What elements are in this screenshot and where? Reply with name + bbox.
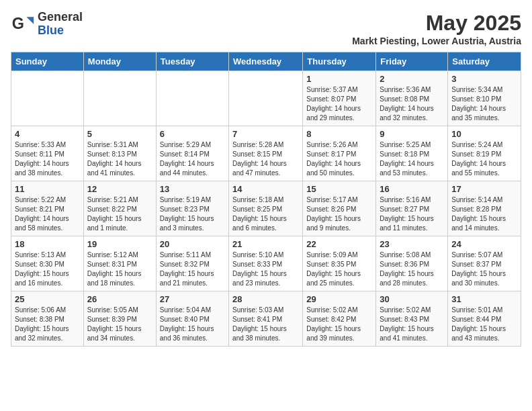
logo-icon: G (11, 12, 35, 36)
month-year: May 2025 (352, 11, 521, 36)
logo-general: General (38, 11, 83, 24)
weekday-friday: Friday (376, 52, 448, 71)
day-info: Sunrise: 5:31 AM Sunset: 8:13 PM Dayligh… (87, 140, 152, 178)
calendar-cell: 2Sunrise: 5:36 AM Sunset: 8:08 PM Daylig… (376, 71, 448, 126)
day-number: 16 (380, 184, 444, 194)
day-info: Sunrise: 5:28 AM Sunset: 8:15 PM Dayligh… (232, 140, 299, 178)
day-info: Sunrise: 5:14 AM Sunset: 8:28 PM Dayligh… (451, 195, 517, 233)
calendar-cell: 25Sunrise: 5:06 AM Sunset: 8:38 PM Dayli… (11, 291, 84, 347)
day-info: Sunrise: 5:11 AM Sunset: 8:32 PM Dayligh… (160, 250, 225, 288)
day-number: 12 (87, 184, 152, 194)
day-info: Sunrise: 5:33 AM Sunset: 8:11 PM Dayligh… (15, 140, 80, 178)
logo-blue: Blue (38, 24, 83, 38)
day-number: 31 (451, 294, 517, 304)
calendar-cell: 4Sunrise: 5:33 AM Sunset: 8:11 PM Daylig… (11, 126, 84, 181)
day-info: Sunrise: 5:37 AM Sunset: 8:07 PM Dayligh… (306, 85, 372, 123)
day-number: 8 (306, 129, 372, 139)
day-number: 6 (160, 129, 225, 139)
calendar-cell: 13Sunrise: 5:19 AM Sunset: 8:23 PM Dayli… (156, 181, 228, 236)
day-info: Sunrise: 5:18 AM Sunset: 8:25 PM Dayligh… (232, 195, 299, 233)
day-info: Sunrise: 5:21 AM Sunset: 8:22 PM Dayligh… (87, 195, 152, 233)
day-number: 17 (451, 184, 517, 194)
day-info: Sunrise: 5:25 AM Sunset: 8:18 PM Dayligh… (380, 140, 444, 178)
day-info: Sunrise: 5:03 AM Sunset: 8:41 PM Dayligh… (232, 306, 299, 343)
day-info: Sunrise: 5:06 AM Sunset: 8:38 PM Dayligh… (15, 306, 80, 343)
day-info: Sunrise: 5:22 AM Sunset: 8:21 PM Dayligh… (15, 195, 80, 233)
location: Markt Piesting, Lower Austria, Austria (352, 36, 521, 46)
calendar-body: 1Sunrise: 5:37 AM Sunset: 8:07 PM Daylig… (11, 71, 521, 347)
calendar-cell: 23Sunrise: 5:08 AM Sunset: 8:36 PM Dayli… (376, 236, 448, 291)
day-info: Sunrise: 5:17 AM Sunset: 8:26 PM Dayligh… (306, 195, 372, 233)
day-info: Sunrise: 5:05 AM Sunset: 8:39 PM Dayligh… (87, 306, 152, 343)
weekday-thursday: Thursday (303, 52, 376, 71)
calendar-cell: 27Sunrise: 5:04 AM Sunset: 8:40 PM Dayli… (156, 291, 228, 347)
calendar-cell (156, 71, 228, 126)
day-info: Sunrise: 5:13 AM Sunset: 8:30 PM Dayligh… (15, 250, 80, 288)
weekday-saturday: Saturday (448, 52, 521, 71)
day-number: 9 (380, 129, 444, 139)
calendar-cell: 3Sunrise: 5:34 AM Sunset: 8:10 PM Daylig… (448, 71, 521, 126)
day-number: 19 (87, 239, 152, 249)
calendar-cell: 22Sunrise: 5:09 AM Sunset: 8:35 PM Dayli… (303, 236, 376, 291)
calendar-cell: 15Sunrise: 5:17 AM Sunset: 8:26 PM Dayli… (303, 181, 376, 236)
calendar-cell: 19Sunrise: 5:12 AM Sunset: 8:31 PM Dayli… (83, 236, 156, 291)
calendar-cell: 28Sunrise: 5:03 AM Sunset: 8:41 PM Dayli… (229, 291, 303, 347)
week-row-3: 18Sunrise: 5:13 AM Sunset: 8:30 PM Dayli… (11, 236, 521, 291)
day-info: Sunrise: 5:08 AM Sunset: 8:36 PM Dayligh… (380, 250, 444, 288)
calendar-cell (83, 71, 156, 126)
day-info: Sunrise: 5:24 AM Sunset: 8:19 PM Dayligh… (451, 140, 517, 178)
day-number: 7 (232, 129, 299, 139)
calendar-cell: 1Sunrise: 5:37 AM Sunset: 8:07 PM Daylig… (303, 71, 376, 126)
calendar-cell: 6Sunrise: 5:29 AM Sunset: 8:14 PM Daylig… (156, 126, 228, 181)
day-info: Sunrise: 5:09 AM Sunset: 8:35 PM Dayligh… (306, 250, 372, 288)
day-number: 15 (306, 184, 372, 194)
calendar-cell: 9Sunrise: 5:25 AM Sunset: 8:18 PM Daylig… (376, 126, 448, 181)
day-info: Sunrise: 5:07 AM Sunset: 8:37 PM Dayligh… (451, 250, 517, 288)
week-row-0: 1Sunrise: 5:37 AM Sunset: 8:07 PM Daylig… (11, 71, 521, 126)
calendar-cell: 17Sunrise: 5:14 AM Sunset: 8:28 PM Dayli… (448, 181, 521, 236)
calendar-cell (229, 71, 303, 126)
calendar-cell: 21Sunrise: 5:10 AM Sunset: 8:33 PM Dayli… (229, 236, 303, 291)
day-info: Sunrise: 5:02 AM Sunset: 8:43 PM Dayligh… (380, 306, 444, 343)
day-info: Sunrise: 5:29 AM Sunset: 8:14 PM Dayligh… (160, 140, 225, 178)
day-number: 5 (87, 129, 152, 139)
day-number: 26 (87, 294, 152, 304)
calendar-cell: 20Sunrise: 5:11 AM Sunset: 8:32 PM Dayli… (156, 236, 228, 291)
day-info: Sunrise: 5:01 AM Sunset: 8:44 PM Dayligh… (451, 306, 517, 343)
calendar-cell: 14Sunrise: 5:18 AM Sunset: 8:25 PM Dayli… (229, 181, 303, 236)
day-info: Sunrise: 5:34 AM Sunset: 8:10 PM Dayligh… (451, 85, 517, 123)
day-info: Sunrise: 5:16 AM Sunset: 8:27 PM Dayligh… (380, 195, 444, 233)
calendar-cell: 11Sunrise: 5:22 AM Sunset: 8:21 PM Dayli… (11, 181, 84, 236)
calendar-header: SundayMondayTuesdayWednesdayThursdayFrid… (11, 52, 521, 71)
weekday-sunday: Sunday (11, 52, 84, 71)
title-block: May 2025 Markt Piesting, Lower Austria, … (352, 11, 521, 46)
calendar-cell: 12Sunrise: 5:21 AM Sunset: 8:22 PM Dayli… (83, 181, 156, 236)
day-number: 14 (232, 184, 299, 194)
calendar-cell: 10Sunrise: 5:24 AM Sunset: 8:19 PM Dayli… (448, 126, 521, 181)
day-number: 10 (451, 129, 517, 139)
svg-marker-1 (26, 17, 34, 24)
logo: G General Blue (11, 11, 83, 38)
weekday-tuesday: Tuesday (156, 52, 228, 71)
calendar-cell: 18Sunrise: 5:13 AM Sunset: 8:30 PM Dayli… (11, 236, 84, 291)
calendar-cell: 29Sunrise: 5:02 AM Sunset: 8:42 PM Dayli… (303, 291, 376, 347)
calendar-cell: 24Sunrise: 5:07 AM Sunset: 8:37 PM Dayli… (448, 236, 521, 291)
calendar-cell: 7Sunrise: 5:28 AM Sunset: 8:15 PM Daylig… (229, 126, 303, 181)
day-number: 25 (15, 294, 80, 304)
calendar-cell (11, 71, 84, 126)
day-number: 28 (232, 294, 299, 304)
day-number: 13 (160, 184, 225, 194)
day-info: Sunrise: 5:02 AM Sunset: 8:42 PM Dayligh… (306, 306, 372, 343)
calendar-cell: 5Sunrise: 5:31 AM Sunset: 8:13 PM Daylig… (83, 126, 156, 181)
week-row-4: 25Sunrise: 5:06 AM Sunset: 8:38 PM Dayli… (11, 291, 521, 347)
day-number: 24 (451, 239, 517, 249)
svg-text:G: G (12, 15, 24, 32)
day-number: 20 (160, 239, 225, 249)
day-number: 18 (15, 239, 80, 249)
calendar-cell: 30Sunrise: 5:02 AM Sunset: 8:43 PM Dayli… (376, 291, 448, 347)
day-number: 4 (15, 129, 80, 139)
calendar-table: SundayMondayTuesdayWednesdayThursdayFrid… (11, 52, 521, 347)
logo-text: General Blue (38, 11, 83, 38)
calendar-cell: 16Sunrise: 5:16 AM Sunset: 8:27 PM Dayli… (376, 181, 448, 236)
weekday-monday: Monday (83, 52, 156, 71)
